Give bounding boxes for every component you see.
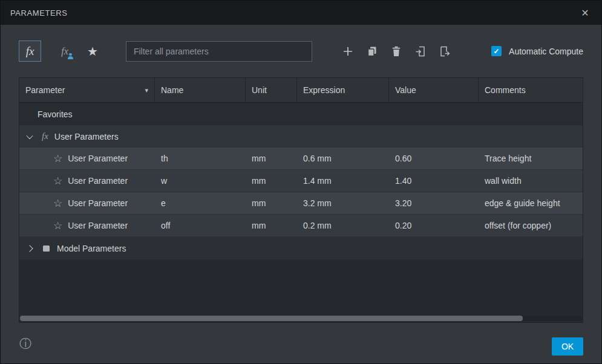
param-unit-cell: mm bbox=[246, 148, 297, 169]
automatic-compute-label: Automatic Compute bbox=[509, 47, 583, 56]
param-name-cell[interactable]: off bbox=[155, 215, 246, 236]
param-comments-cell[interactable]: edge & guide height bbox=[479, 192, 583, 214]
favorites-filter-star-icon[interactable]: ★ bbox=[87, 44, 98, 59]
parameter-type-cell: ☆ User Parameter bbox=[19, 148, 155, 169]
close-icon[interactable]: ✕ bbox=[578, 6, 592, 19]
fx-group-icon: fx bbox=[42, 131, 48, 141]
column-header-name[interactable]: Name bbox=[155, 78, 246, 102]
filter-parameters-input[interactable] bbox=[126, 41, 312, 62]
export-icon bbox=[439, 45, 451, 57]
param-value-cell: 0.60 bbox=[389, 148, 479, 169]
favorite-star-icon[interactable]: ☆ bbox=[53, 197, 62, 210]
horizontal-scrollbar-thumb[interactable] bbox=[20, 316, 523, 321]
import-parameters-button[interactable] bbox=[414, 45, 427, 58]
param-value-cell: 3.20 bbox=[389, 192, 479, 214]
user-parameters-group-row[interactable]: fx User Parameters bbox=[19, 125, 583, 148]
parameter-type-cell: ☆ User Parameter bbox=[19, 215, 155, 236]
column-header-value[interactable]: Value bbox=[389, 78, 479, 102]
export-parameters-button[interactable] bbox=[438, 45, 451, 58]
add-parameter-button[interactable] bbox=[341, 45, 355, 58]
favorites-group-row[interactable]: Favorites bbox=[19, 103, 583, 125]
param-unit-cell: mm bbox=[246, 192, 297, 214]
parameter-type-cell: ☆ User Parameter bbox=[19, 170, 155, 192]
favorite-star-icon[interactable]: ☆ bbox=[53, 175, 62, 187]
trash-icon bbox=[390, 45, 402, 57]
table-row[interactable]: ☆ User Parameter w mm 1.4 mm 1.40 wall w… bbox=[19, 170, 583, 192]
param-name-cell[interactable]: e bbox=[155, 192, 246, 214]
info-icon[interactable]: ⓘ bbox=[19, 337, 31, 349]
param-expression-cell[interactable]: 1.4 mm bbox=[297, 170, 389, 192]
footer: ⓘ OK bbox=[1, 323, 601, 363]
chevron-down-icon[interactable] bbox=[26, 132, 33, 138]
param-unit-cell: mm bbox=[246, 215, 297, 236]
param-name-cell[interactable]: w bbox=[155, 170, 246, 192]
parameter-type-label: User Parameter bbox=[68, 221, 128, 230]
column-header-unit[interactable]: Unit bbox=[246, 78, 297, 102]
automatic-compute-checkbox[interactable]: ✓ bbox=[491, 46, 502, 56]
param-comments-cell[interactable]: offset (for copper) bbox=[479, 215, 583, 236]
fx-icon: fx bbox=[26, 45, 34, 58]
parameter-type-cell: ☆ User Parameter bbox=[19, 192, 155, 214]
user-parameters-group-label: User Parameters bbox=[54, 132, 119, 141]
table-header: Parameter ▾ Name Unit Expression Value C… bbox=[19, 78, 583, 103]
model-icon bbox=[42, 244, 51, 253]
parameter-type-label: User Parameter bbox=[68, 154, 128, 163]
dialog-title: PARAMETERS bbox=[10, 8, 68, 18]
table-row[interactable]: ☆ User Parameter th mm 0.6 mm 0.60 Trace… bbox=[19, 148, 583, 170]
model-parameters-group-row[interactable]: Model Parameters bbox=[19, 237, 583, 259]
parameters-dialog: PARAMETERS ✕ fx fx ★ bbox=[0, 0, 602, 364]
parameter-type-label: User Parameter bbox=[68, 176, 128, 186]
param-comments-cell[interactable]: wall width bbox=[479, 170, 583, 192]
titlebar: PARAMETERS ✕ bbox=[1, 1, 601, 25]
copy-icon bbox=[366, 45, 378, 57]
param-unit-cell: mm bbox=[246, 170, 297, 192]
column-header-expression[interactable]: Expression bbox=[297, 78, 389, 102]
param-name-cell[interactable]: th bbox=[155, 148, 246, 169]
horizontal-scrollbar bbox=[19, 314, 583, 322]
delete-parameter-button[interactable] bbox=[390, 45, 403, 58]
favorite-star-icon[interactable]: ☆ bbox=[53, 152, 62, 165]
ok-button[interactable]: OK bbox=[552, 337, 583, 356]
favorite-star-icon[interactable]: ☆ bbox=[53, 219, 62, 232]
table-row[interactable]: ☆ User Parameter e mm 3.2 mm 3.20 edge &… bbox=[19, 192, 583, 215]
param-comments-cell[interactable]: Trace height bbox=[479, 148, 583, 169]
automatic-compute-toggle[interactable]: ✓ Automatic Compute bbox=[491, 46, 583, 56]
favorites-group-label: Favorites bbox=[38, 109, 73, 119]
copy-parameter-button[interactable] bbox=[365, 45, 379, 58]
user-parameters-filter-button[interactable]: fx bbox=[19, 41, 41, 62]
horizontal-scrollbar-track[interactable] bbox=[20, 316, 582, 321]
toolbar-actions bbox=[341, 45, 451, 58]
parameter-type-label: User Parameter bbox=[68, 198, 128, 208]
table-empty-area bbox=[19, 259, 583, 314]
person-icon bbox=[67, 53, 73, 59]
toolbar: fx fx ★ bbox=[1, 25, 601, 77]
plus-icon bbox=[342, 45, 354, 57]
table-row[interactable]: ☆ User Parameter off mm 0.2 mm 0.20 offs… bbox=[19, 215, 583, 237]
param-expression-cell[interactable]: 0.2 mm bbox=[297, 215, 389, 236]
model-parameters-group-label: Model Parameters bbox=[57, 244, 126, 253]
param-value-cell: 1.40 bbox=[389, 170, 479, 192]
chevron-right-icon[interactable] bbox=[26, 245, 33, 252]
param-value-cell: 0.20 bbox=[389, 215, 479, 236]
column-header-parameter-label: Parameter bbox=[25, 85, 65, 95]
sort-caret-icon: ▾ bbox=[145, 86, 148, 94]
column-header-comments[interactable]: Comments bbox=[479, 78, 583, 102]
param-expression-cell[interactable]: 3.2 mm bbox=[297, 192, 389, 214]
param-expression-cell[interactable]: 0.6 mm bbox=[297, 148, 389, 169]
column-header-parameter[interactable]: Parameter ▾ bbox=[19, 78, 155, 102]
import-icon bbox=[414, 45, 427, 57]
parameters-table: Parameter ▾ Name Unit Expression Value C… bbox=[19, 77, 583, 323]
user-defined-parameters-button[interactable]: fx bbox=[57, 44, 73, 59]
